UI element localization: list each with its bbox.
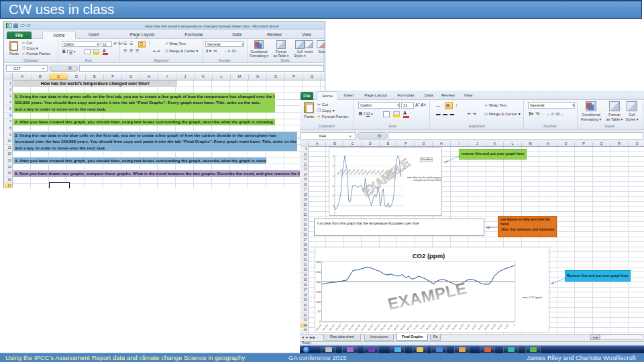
svg-text:250: 250: [316, 270, 321, 274]
svg-text:10,000: 10,000: [496, 324, 502, 330]
svg-text:50: 50: [317, 310, 321, 313]
svg-text:145,000: 145,000: [321, 324, 329, 332]
svg-text:40,000: 40,000: [458, 324, 464, 330]
svg-text:130,000: 130,000: [341, 324, 348, 332]
svg-text:35,000: 35,000: [464, 324, 470, 330]
svg-text:Chart Area: Chart Area: [421, 158, 431, 161]
svg-text:2: 2: [333, 165, 334, 168]
svg-text:20,000: 20,000: [484, 324, 490, 330]
svg-text:55,000: 55,000: [438, 324, 444, 330]
svg-text:4: 4: [333, 155, 334, 158]
svg-text:95,000: 95,000: [386, 324, 392, 330]
svg-text:30,000: 30,000: [470, 324, 476, 330]
svg-text:CO2 (ppm): CO2 (ppm): [412, 252, 445, 259]
svg-text:140,000: 140,000: [327, 324, 335, 332]
svg-text:85,000: 85,000: [400, 324, 406, 330]
svg-text:45,000: 45,000: [451, 324, 457, 330]
svg-text:300: 300: [316, 260, 321, 263]
svg-text:70,000: 70,000: [419, 324, 425, 330]
svg-text:0: 0: [513, 324, 515, 326]
svg-text:-4: -4: [332, 194, 334, 197]
svg-text:EXAMPLE: EXAMPLE: [386, 279, 468, 313]
svg-text:changed over the last 150,000: changed over the last 150,000 ye: [413, 179, 441, 182]
svg-text:150: 150: [316, 290, 321, 294]
svg-text:135,000: 135,000: [334, 324, 341, 332]
svg-text:-2: -2: [332, 185, 334, 188]
svg-text:CO2 (ppm): CO2 (ppm): [529, 296, 542, 299]
svg-text:0: 0: [319, 320, 321, 323]
svg-text:60,000: 60,000: [432, 324, 438, 330]
svg-text:105,000: 105,000: [373, 324, 380, 332]
svg-text:75,000: 75,000: [413, 324, 419, 330]
svg-text:EXAMPLE: EXAMPLE: [360, 156, 412, 199]
svg-text:115,000: 115,000: [360, 324, 367, 331]
svg-text:100: 100: [316, 300, 321, 304]
svg-text:15,000: 15,000: [490, 324, 496, 330]
svg-text:200: 200: [316, 280, 321, 284]
svg-text:120,000: 120,000: [354, 324, 361, 332]
svg-text:5,000: 5,000: [504, 324, 509, 330]
svg-text:80,000: 80,000: [406, 324, 412, 330]
svg-text:0: 0: [333, 175, 334, 178]
svg-text:90,000: 90,000: [393, 324, 399, 330]
svg-text:25,000: 25,000: [477, 324, 483, 330]
svg-text:50,000: 50,000: [445, 324, 451, 330]
svg-text:65,000: 65,000: [425, 324, 431, 330]
svg-text:100,000: 100,000: [379, 324, 386, 332]
svg-text:125,000: 125,000: [347, 324, 354, 332]
